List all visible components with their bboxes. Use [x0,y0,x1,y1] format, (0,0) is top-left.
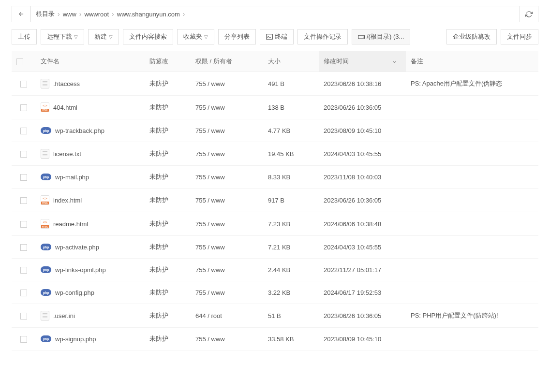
row-checkbox[interactable] [20,81,27,87]
upload-button[interactable]: 上传 [12,29,37,44]
remote-download-button[interactable]: 远程下载▽ [41,29,84,44]
table-row[interactable]: readme.html未防护755 / www7.23 KB2024/06/06… [12,212,538,236]
cell-prot: 未防护 [145,72,191,96]
row-checkbox[interactable] [20,244,27,251]
row-checkbox[interactable] [20,197,27,204]
cell-prot: 未防护 [145,96,191,119]
cell-perm: 644 / root [191,304,263,328]
php-file-icon: php [41,244,51,250]
file-name[interactable]: wp-mail.php [55,174,89,181]
table-row[interactable]: phpwp-trackback.php未防护755 / www4.77 KB20… [12,119,538,142]
back-button[interactable] [12,6,31,22]
cell-time: 2023/08/09 10:45:10 [319,328,406,350]
new-label: 新建 [94,32,107,41]
select-all-checkbox[interactable] [16,58,23,65]
file-name[interactable]: wp-trackback.php [55,127,104,134]
text-file-icon [41,79,49,88]
table-row[interactable]: .user.ini未防护644 / root51 B2023/06/26 10:… [12,304,538,328]
cell-prot: 未防护 [145,281,191,304]
file-name[interactable]: .user.ini [53,312,75,319]
row-checkbox[interactable] [20,221,27,228]
cell-size: 3.22 KB [263,281,319,304]
cell-prot: 未防护 [145,328,191,350]
row-checkbox[interactable] [20,104,27,111]
file-name[interactable]: wp-config.php [55,289,94,296]
row-checkbox[interactable] [20,128,27,134]
favorites-button[interactable]: 收藏夹▽ [177,29,214,44]
php-file-icon: php [41,127,51,134]
cell-time: 2024/06/06 10:38:48 [319,212,406,236]
cell-note [406,281,538,304]
html-file-icon [41,195,49,205]
refresh-button[interactable] [520,6,538,22]
column-mtime[interactable]: 修改时间⌄ [319,51,406,72]
cell-time: 2023/06/26 10:36:05 [319,189,406,212]
file-name[interactable]: index.html [53,197,82,204]
cell-note [406,96,538,119]
terminal-label: 终端 [275,32,287,41]
terminal-button[interactable]: 终端 [260,29,294,44]
row-checkbox[interactable] [20,336,27,343]
cell-perm: 755 / www [191,212,263,236]
column-filename[interactable]: 文件名 [36,51,145,72]
svg-point-2 [363,37,364,38]
share-list-button[interactable]: 分享列表 [218,29,256,44]
content-search-button[interactable]: 文件内容搜索 [123,29,173,44]
html-file-icon [41,219,49,229]
cell-time: 2022/11/27 05:01:17 [319,259,406,281]
cell-note: PS: PHP用户配置文件(防跨站)! [406,304,538,328]
breadcrumb[interactable]: 根目录›www›wwwroot›www.shangunyun.com› [31,6,520,22]
cell-note [406,189,538,212]
table-row[interactable]: 404.html未防护755 / www138 B2023/06/26 10:3… [12,96,538,119]
chevron-down-icon: ▽ [204,34,208,40]
table-row[interactable]: index.html未防护755 / www917 B2023/06/26 10… [12,189,538,212]
cell-perm: 755 / www [191,281,263,304]
operation-log-button[interactable]: 文件操作记录 [297,29,348,44]
new-button[interactable]: 新建▽ [88,29,119,44]
cell-size: 7.23 KB [263,212,319,236]
disk-icon [358,34,365,40]
row-checkbox[interactable] [20,151,27,158]
cell-size: 2.44 KB [263,259,319,281]
cell-time: 2023/08/09 10:45:10 [319,119,406,142]
breadcrumb-item[interactable]: wwwroot [85,11,109,18]
column-permission[interactable]: 权限 / 所有者 [191,51,263,72]
cell-perm: 755 / www [191,96,263,119]
php-file-icon: php [41,289,51,296]
cell-time: 2023/06/26 10:36:05 [319,304,406,328]
column-size[interactable]: 大小 [263,51,319,72]
file-name[interactable]: readme.html [53,220,88,228]
breadcrumb-item[interactable]: 根目录 [36,10,55,18]
row-checkbox[interactable] [20,267,27,274]
table-row[interactable]: phpwp-mail.php未防护755 / www8.33 KB2023/11… [12,166,538,189]
file-name[interactable]: .htaccess [53,80,80,87]
file-name[interactable]: wp-activate.php [55,244,99,251]
chevron-right-icon: › [112,10,114,18]
row-checkbox[interactable] [20,174,27,181]
table-row[interactable]: phpwp-config.php未防护755 / www3.22 KB2024/… [12,281,538,304]
file-sync-button[interactable]: 文件同步 [501,29,538,44]
file-name[interactable]: 404.html [53,104,77,111]
disk-usage-label: /(根目录) (3... [367,32,404,41]
table-row[interactable]: license.txt未防护755 / www19.45 KB2024/04/0… [12,142,538,166]
file-name[interactable]: wp-signup.php [55,335,96,343]
file-name[interactable]: license.txt [53,150,81,158]
cell-size: 917 B [263,189,319,212]
chevron-right-icon: › [183,10,185,18]
table-row[interactable]: phpwp-activate.php未防护755 / www7.21 KB202… [12,236,538,259]
column-tamper[interactable]: 防篡改 [145,51,191,72]
breadcrumb-item[interactable]: www [63,11,76,18]
table-row[interactable]: phpwp-links-opml.php未防护755 / www2.44 KB2… [12,259,538,281]
table-row[interactable]: .htaccess未防护755 / www491 B2023/06/26 10:… [12,72,538,96]
cell-note [406,166,538,189]
breadcrumb-item[interactable]: www.shangunyun.com [117,11,180,18]
file-name[interactable]: wp-links-opml.php [55,266,106,274]
text-file-icon [41,149,49,159]
cell-note [406,259,538,281]
enterprise-tamper-button[interactable]: 企业级防篡改 [446,29,497,44]
row-checkbox[interactable] [20,290,27,296]
table-row[interactable]: phpwp-signup.php未防护755 / www33.58 KB2023… [12,328,538,350]
row-checkbox[interactable] [20,313,27,319]
column-note[interactable]: 备注 [406,51,538,72]
disk-usage-button[interactable]: /(根目录) (3... [352,29,410,44]
